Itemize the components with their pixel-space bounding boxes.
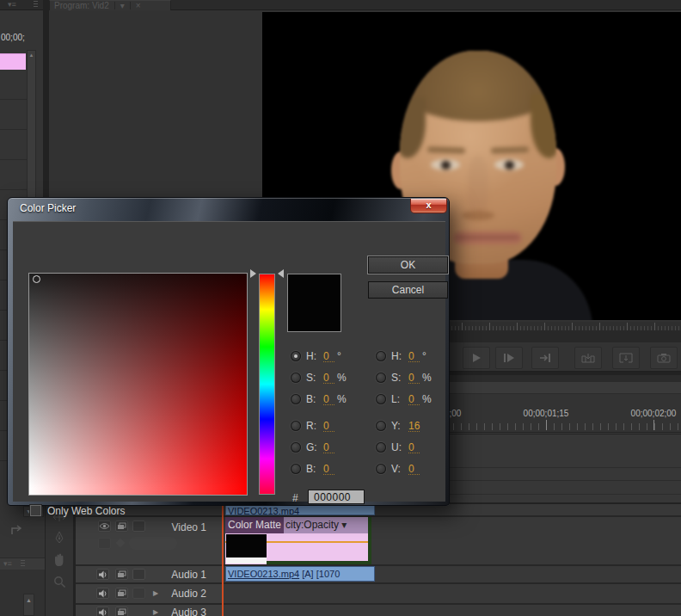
- panel-grip[interactable]: [21, 560, 25, 568]
- track-name[interactable]: Audio 3: [171, 607, 206, 616]
- radio-b-hsb[interactable]: [291, 394, 301, 404]
- pen-tool[interactable]: [54, 531, 64, 545]
- sync-lock-icon[interactable]: [115, 569, 128, 580]
- tab-program-monitor[interactable]: Program: Vid2 ▾ ×: [49, 0, 171, 10]
- cancel-button[interactable]: Cancel: [368, 281, 448, 299]
- hue-slider-arrow-left[interactable]: [250, 269, 256, 278]
- effect-controls-scrollbar[interactable]: ▲: [27, 50, 36, 206]
- field-label: R:: [306, 420, 323, 432]
- hue-slider-arrow-right[interactable]: [278, 269, 284, 278]
- track-header-audio3: ▶ Audio 3: [76, 605, 222, 616]
- export-frame-button[interactable]: [650, 347, 678, 369]
- sync-lock-icon[interactable]: [115, 521, 128, 532]
- ok-button[interactable]: OK: [368, 256, 448, 274]
- panel-grip[interactable]: [34, 1, 38, 9]
- clip-fx-selector[interactable]: city:Opacity ▾: [284, 517, 371, 533]
- collapse-track-icon[interactable]: ▶: [153, 608, 158, 616]
- play-to-out-point-button[interactable]: [531, 347, 559, 369]
- lift-button[interactable]: [574, 347, 602, 369]
- dialog-close-button[interactable]: x: [410, 199, 447, 213]
- row-divider: [0, 159, 27, 160]
- set-display-style-button[interactable]: [98, 538, 111, 549]
- toggle-track-output-button[interactable]: [96, 588, 109, 599]
- hex-input[interactable]: [308, 490, 365, 504]
- track-lock-toggle[interactable]: [132, 569, 145, 580]
- field-value[interactable]: 0: [408, 373, 420, 384]
- chevron-down-icon[interactable]: ▾: [120, 1, 125, 10]
- track-lock-toggle[interactable]: [132, 521, 145, 532]
- toggle-track-output-button[interactable]: [96, 607, 109, 616]
- play-button[interactable]: [463, 347, 490, 369]
- field-value[interactable]: 0: [408, 442, 420, 453]
- clip-thumbnail: [226, 534, 267, 557]
- radio-b-rgb[interactable]: [291, 464, 301, 474]
- field-value[interactable]: 16: [408, 421, 420, 432]
- keyframe-navigator[interactable]: [129, 537, 177, 550]
- radio-h-hsb[interactable]: [291, 351, 301, 361]
- radio-l-hsl[interactable]: [376, 394, 386, 404]
- field-value[interactable]: 0: [408, 464, 420, 475]
- field-value[interactable]: 0: [408, 394, 420, 405]
- color-field-selector[interactable]: [33, 275, 40, 283]
- sync-lock-icon[interactable]: [115, 588, 128, 599]
- field-value[interactable]: 0: [323, 394, 334, 405]
- clip-video0213-audio[interactable]: VIDEO0213.mp4 [A] [1070: [225, 566, 375, 582]
- field-label: G:: [306, 441, 323, 453]
- tools-panel: [45, 506, 74, 616]
- track-name[interactable]: Video 1: [172, 521, 206, 533]
- track-name[interactable]: Audio 2: [171, 588, 206, 600]
- radio-g[interactable]: [291, 442, 301, 453]
- track-name[interactable]: Audio 1: [171, 569, 206, 581]
- playhead[interactable]: [222, 504, 224, 616]
- sync-lock-icon[interactable]: [115, 607, 128, 616]
- field-value[interactable]: 0: [323, 442, 334, 453]
- scroll-up-button[interactable]: ▲: [23, 594, 34, 616]
- extract-button[interactable]: [612, 347, 640, 369]
- field-label: Y:: [391, 420, 408, 432]
- field-row-h-hsb: H: 0 °: [291, 350, 341, 362]
- panel-menu-icon[interactable]: ▾≡: [8, 0, 16, 9]
- effect-controls-clip-bar[interactable]: [0, 53, 26, 70]
- scroll-up-icon[interactable]: ▲: [28, 51, 35, 59]
- radio-s-hsb[interactable]: [291, 373, 301, 383]
- radio-y[interactable]: [376, 421, 386, 431]
- play-in-to-out-button[interactable]: [495, 347, 523, 369]
- tab-close-icon[interactable]: ×: [136, 1, 141, 10]
- field-value[interactable]: 0: [323, 464, 334, 475]
- clip-color-matte-header[interactable]: Color Matte city:Opacity ▾: [225, 517, 371, 533]
- field-value[interactable]: 0: [408, 351, 420, 362]
- add-keyframe-icon[interactable]: [115, 538, 125, 547]
- radio-u[interactable]: [376, 442, 386, 453]
- field-unit: %: [337, 372, 347, 384]
- field-value[interactable]: 0: [323, 373, 334, 384]
- radio-v[interactable]: [376, 464, 386, 474]
- field-label: L:: [391, 393, 408, 405]
- field-row-s2: S: 0 %: [376, 372, 432, 384]
- radio-s-hsl[interactable]: [376, 373, 386, 383]
- field-label: H:: [306, 350, 323, 362]
- color-field[interactable]: [28, 273, 248, 496]
- collapse-track-icon[interactable]: ▶: [153, 589, 158, 597]
- panel-menu-icon[interactable]: ▾≡: [3, 559, 12, 569]
- selected-color-swatch: [287, 274, 341, 332]
- field-row-v: V: 0: [376, 463, 422, 475]
- field-value[interactable]: 0: [323, 421, 334, 432]
- toggle-track-output-button[interactable]: [96, 569, 109, 580]
- hue-slider[interactable]: [259, 274, 275, 495]
- clip-right-edge[interactable]: [368, 517, 371, 564]
- hand-tool[interactable]: [52, 552, 66, 568]
- row-divider: [0, 99, 27, 100]
- tab-separator: [130, 2, 131, 9]
- chevron-down-icon[interactable]: ▾: [341, 519, 347, 531]
- clip-color-matte-body[interactable]: [225, 533, 371, 564]
- only-web-colors-checkbox[interactable]: [30, 505, 41, 516]
- export-icon[interactable]: [10, 523, 26, 537]
- field-value[interactable]: 0: [323, 351, 334, 362]
- effect-controls-timecode[interactable]: 00;00;: [1, 33, 25, 42]
- toggle-track-output-button[interactable]: [98, 521, 111, 532]
- zoom-tool[interactable]: [53, 576, 66, 588]
- track-lock-toggle[interactable]: [132, 588, 145, 599]
- radio-r[interactable]: [291, 421, 301, 431]
- radio-h-hsl[interactable]: [376, 351, 386, 361]
- track-audio-2: ▶ Audio 2: [76, 584, 681, 603]
